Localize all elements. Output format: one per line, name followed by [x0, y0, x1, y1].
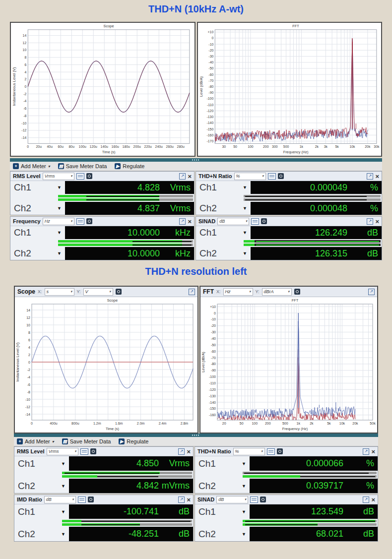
- close-icon[interactable]: ×: [188, 174, 192, 179]
- channel-selector[interactable]: Ch2▼: [196, 202, 251, 215]
- display-options-icon[interactable]: [251, 218, 259, 225]
- popout-icon[interactable]: ↗: [189, 289, 195, 295]
- popout-icon[interactable]: ↗: [179, 218, 186, 225]
- popout-icon[interactable]: ↗: [178, 497, 185, 503]
- channel-selector[interactable]: Ch1▼: [195, 456, 250, 471]
- channel-selector[interactable]: Ch2▼: [10, 202, 65, 215]
- close-icon[interactable]: ×: [375, 174, 379, 179]
- channel-unit: dB: [159, 529, 190, 539]
- unit-value: %: [236, 174, 240, 179]
- fft-panel-header: FFT X: Hz▾ Y: dBrA▾ ↗: [200, 287, 377, 297]
- settings-icon[interactable]: [278, 173, 284, 179]
- save-meter-data-button[interactable]: ▤Save Meter Data: [62, 438, 111, 444]
- display-options-icon[interactable]: [76, 218, 84, 225]
- x-unit-dropdown[interactable]: Hz▾: [223, 288, 253, 296]
- popout-icon[interactable]: ↗: [363, 448, 369, 455]
- fft-panel: FFT X: Hz▾ Y: dBrA▾ ↗ FFT20501002005001k…: [199, 286, 378, 434]
- popout-icon[interactable]: ↗: [179, 173, 186, 180]
- display-options-icon[interactable]: [78, 497, 86, 503]
- svg-text:-6: -6: [27, 383, 30, 386]
- display-options-icon[interactable]: [80, 448, 88, 455]
- add-meter-button[interactable]: +Add Meter▾: [13, 163, 50, 169]
- meter-header: Frequency Hz▾ ↗ ×: [10, 217, 194, 226]
- channel-selector[interactable]: Ch1▼: [14, 456, 69, 471]
- unit-dropdown[interactable]: Vrms▾: [43, 173, 74, 180]
- channel-selector[interactable]: Ch1▼: [10, 226, 65, 239]
- settings-icon[interactable]: [86, 218, 92, 224]
- channel-selector[interactable]: Ch2▼: [10, 247, 65, 260]
- popout-icon[interactable]: ↗: [178, 448, 185, 455]
- unit-dropdown[interactable]: %▾: [233, 448, 265, 455]
- popout-icon[interactable]: ↗: [363, 497, 369, 503]
- close-icon[interactable]: ×: [188, 219, 192, 224]
- meter-sinad: SINAD dB▾ ↗ × Ch1▼ 126.249dB Ch2▼ 126.31…: [196, 216, 382, 260]
- svg-text:-130: -130: [206, 115, 213, 119]
- unit-value: Vrms: [45, 174, 55, 179]
- settings-icon[interactable]: [86, 173, 92, 179]
- unit-dropdown[interactable]: Vrms▾: [47, 448, 78, 455]
- splitter-handle[interactable]: [14, 434, 378, 437]
- channel-selector[interactable]: Ch1▼: [10, 181, 65, 194]
- settings-icon[interactable]: [260, 497, 266, 502]
- y-unit-dropdown[interactable]: dBrA▾: [262, 288, 292, 296]
- channel-name: Ch1: [14, 182, 31, 193]
- settings-icon[interactable]: [277, 448, 283, 454]
- channel-selector[interactable]: Ch1▼: [196, 226, 251, 239]
- svg-text:-2: -2: [23, 92, 26, 96]
- channel-selector[interactable]: Ch2▼: [14, 479, 69, 493]
- regulate-button[interactable]: ▶Regulate: [115, 163, 144, 169]
- level-bars: [14, 519, 193, 527]
- channel-unit: dB: [347, 228, 378, 238]
- settings-icon[interactable]: [116, 289, 122, 295]
- add-meter-button[interactable]: +Add Meter▾: [17, 438, 54, 444]
- settings-icon[interactable]: [88, 497, 94, 502]
- channel-selector[interactable]: Ch2▼: [196, 247, 251, 260]
- display-options-icon[interactable]: [267, 448, 275, 455]
- unit-dropdown[interactable]: dB▾: [217, 218, 249, 225]
- save-meter-data-button[interactable]: ▤Save Meter Data: [58, 163, 107, 169]
- svg-text:80u: 80u: [69, 145, 75, 148]
- splitter-handle[interactable]: [10, 158, 382, 162]
- channel-selector[interactable]: Ch2▼: [195, 479, 250, 493]
- close-icon[interactable]: ×: [371, 449, 375, 454]
- svg-text:2: 2: [28, 353, 30, 357]
- level-bars: [195, 471, 378, 479]
- meter-thdn-ratio: THD+N Ratio %▾ ↗ × Ch1▼ 0.000049% Ch2▼ 0…: [196, 171, 382, 215]
- svg-text:2k: 2k: [310, 422, 314, 425]
- x-unit-dropdown[interactable]: s▾: [45, 288, 74, 296]
- unit-dropdown[interactable]: dB▾: [44, 496, 76, 503]
- y-unit-dropdown[interactable]: V▾: [83, 288, 113, 296]
- display-options-icon[interactable]: [250, 497, 258, 503]
- unit-dropdown[interactable]: Hz▾: [43, 218, 74, 225]
- channel-selector[interactable]: Ch2▼: [14, 527, 69, 541]
- fft-chart: FFT30501002003005001k2k3k5k10k20k30k-170…: [198, 23, 382, 156]
- svg-text:1.6m: 1.6m: [115, 422, 123, 425]
- channel-unit: Vrms: [160, 183, 191, 193]
- channel-selector[interactable]: Ch2▼: [195, 527, 250, 541]
- channel-name: Ch2: [198, 481, 216, 492]
- display-options-icon[interactable]: [268, 173, 276, 180]
- close-icon[interactable]: ×: [375, 219, 379, 224]
- settings-icon[interactable]: [90, 448, 96, 454]
- svg-text:-60: -60: [211, 350, 216, 353]
- settings-icon[interactable]: [261, 218, 267, 224]
- close-icon[interactable]: ×: [187, 497, 191, 502]
- popout-icon[interactable]: ↗: [367, 173, 373, 180]
- popout-icon[interactable]: ↗: [368, 289, 375, 295]
- channel-unit: Vrms: [160, 203, 191, 214]
- svg-text:-10: -10: [21, 122, 26, 125]
- svg-text:14: 14: [23, 34, 27, 37]
- regulate-button[interactable]: ▶Regulate: [119, 438, 148, 444]
- channel-selector[interactable]: Ch1▼: [195, 504, 250, 519]
- svg-text:8: 8: [24, 56, 26, 59]
- display-options-icon[interactable]: [76, 173, 84, 180]
- popout-icon[interactable]: ↗: [367, 218, 373, 225]
- close-icon[interactable]: ×: [371, 497, 375, 502]
- unit-dropdown[interactable]: dB▾: [216, 496, 248, 503]
- channel-selector[interactable]: Ch1▼: [196, 181, 251, 194]
- channel-selector[interactable]: Ch1▼: [14, 504, 69, 519]
- unit-dropdown[interactable]: %▾: [234, 173, 266, 180]
- svg-text:50: 50: [233, 145, 237, 148]
- close-icon[interactable]: ×: [187, 449, 191, 454]
- settings-icon[interactable]: [294, 289, 300, 295]
